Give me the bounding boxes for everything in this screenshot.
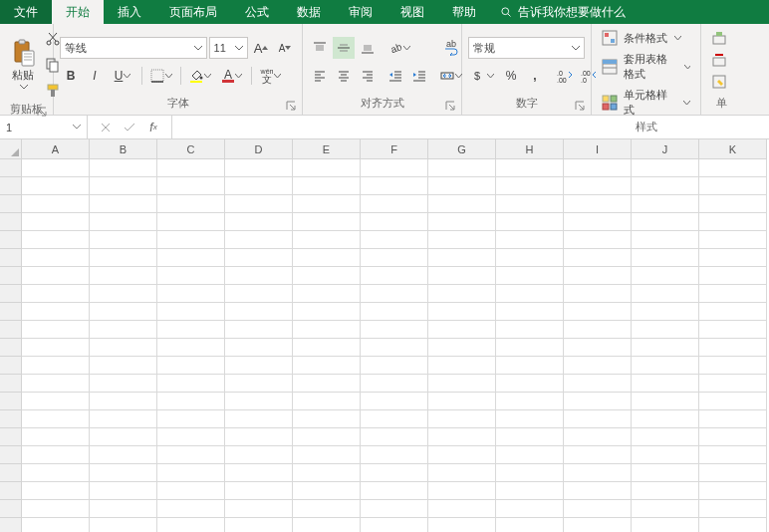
cell[interactable]	[699, 464, 767, 482]
cell[interactable]	[361, 195, 428, 213]
column-header[interactable]: C	[157, 139, 225, 159]
cell[interactable]	[428, 159, 496, 177]
cell[interactable]	[90, 159, 157, 177]
cell[interactable]	[428, 339, 496, 357]
cell[interactable]	[157, 410, 225, 428]
cell[interactable]	[90, 500, 157, 518]
cell[interactable]	[22, 500, 90, 518]
cell[interactable]	[496, 375, 564, 393]
cell[interactable]	[496, 303, 564, 321]
cell[interactable]	[225, 339, 293, 357]
align-bottom-button[interactable]	[357, 37, 379, 59]
dialog-launcher-icon[interactable]	[575, 101, 585, 111]
cell[interactable]	[496, 213, 564, 231]
cell[interactable]	[699, 195, 767, 213]
cell[interactable]	[225, 303, 293, 321]
cell[interactable]	[293, 285, 361, 303]
insert-function-button[interactable]: fx	[145, 120, 161, 135]
cell[interactable]	[293, 339, 361, 357]
cell[interactable]	[293, 482, 361, 500]
column-header[interactable]: H	[496, 139, 564, 159]
cell[interactable]	[564, 249, 632, 267]
cell[interactable]	[699, 249, 767, 267]
cell[interactable]	[564, 303, 632, 321]
cell[interactable]	[90, 482, 157, 500]
cell[interactable]	[699, 375, 767, 393]
cell[interactable]	[22, 464, 90, 482]
cell[interactable]	[225, 195, 293, 213]
cell[interactable]	[699, 267, 767, 285]
cell[interactable]	[293, 518, 361, 532]
cell[interactable]	[632, 375, 699, 393]
cell[interactable]	[496, 249, 564, 267]
cell[interactable]	[90, 195, 157, 213]
cell[interactable]	[225, 159, 293, 177]
cell[interactable]	[22, 213, 90, 231]
cell[interactable]	[22, 446, 90, 464]
cell[interactable]	[225, 518, 293, 532]
cell[interactable]	[361, 249, 428, 267]
cell[interactable]	[157, 446, 225, 464]
cell[interactable]	[225, 410, 293, 428]
row-header[interactable]	[0, 393, 22, 410]
cell[interactable]	[699, 446, 767, 464]
cell[interactable]	[632, 357, 699, 375]
cell[interactable]	[361, 303, 428, 321]
cell[interactable]	[157, 428, 225, 446]
cell[interactable]	[22, 375, 90, 393]
cell[interactable]	[157, 500, 225, 518]
cell[interactable]	[496, 393, 564, 410]
cell[interactable]	[22, 482, 90, 500]
cell[interactable]	[496, 177, 564, 195]
cell[interactable]	[157, 339, 225, 357]
cell[interactable]	[225, 500, 293, 518]
cell[interactable]	[361, 177, 428, 195]
cell[interactable]	[428, 428, 496, 446]
cell[interactable]	[293, 177, 361, 195]
cell[interactable]	[361, 375, 428, 393]
cell[interactable]	[699, 410, 767, 428]
cell[interactable]	[564, 231, 632, 249]
cell[interactable]	[90, 267, 157, 285]
cell[interactable]	[361, 357, 428, 375]
cell[interactable]	[293, 213, 361, 231]
cell[interactable]	[428, 177, 496, 195]
borders-button[interactable]	[146, 65, 176, 87]
cell[interactable]	[699, 159, 767, 177]
tab-formulas[interactable]: 公式	[231, 0, 283, 24]
cell[interactable]	[496, 410, 564, 428]
cell[interactable]	[361, 464, 428, 482]
row-header[interactable]	[0, 518, 22, 532]
column-header[interactable]: K	[699, 139, 767, 159]
enter-formula-button[interactable]	[122, 120, 137, 135]
cell[interactable]	[361, 213, 428, 231]
cell[interactable]	[293, 159, 361, 177]
cell[interactable]	[361, 393, 428, 410]
cell[interactable]	[428, 249, 496, 267]
cell[interactable]	[632, 249, 699, 267]
cell[interactable]	[225, 357, 293, 375]
cell[interactable]	[22, 357, 90, 375]
cell[interactable]	[293, 410, 361, 428]
cell[interactable]	[428, 393, 496, 410]
cell[interactable]	[632, 321, 699, 339]
column-header[interactable]: E	[293, 139, 361, 159]
cell[interactable]	[225, 267, 293, 285]
cell[interactable]	[90, 410, 157, 428]
cell[interactable]	[428, 410, 496, 428]
cell[interactable]	[157, 518, 225, 532]
row-header[interactable]	[0, 285, 22, 303]
cell[interactable]	[22, 321, 90, 339]
cell[interactable]	[699, 321, 767, 339]
cell[interactable]	[22, 195, 90, 213]
cell[interactable]	[293, 267, 361, 285]
cell[interactable]	[22, 428, 90, 446]
cell[interactable]	[90, 375, 157, 393]
dialog-launcher-icon[interactable]	[37, 107, 47, 117]
cell[interactable]	[293, 464, 361, 482]
cell[interactable]	[157, 303, 225, 321]
cell[interactable]	[90, 303, 157, 321]
row-header[interactable]	[0, 159, 22, 177]
cell[interactable]	[699, 177, 767, 195]
cell[interactable]	[496, 482, 564, 500]
